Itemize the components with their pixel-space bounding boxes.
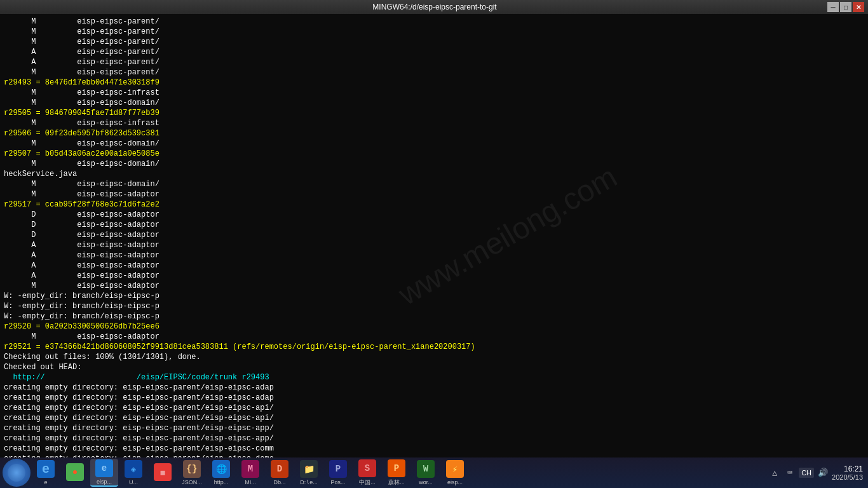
taskbar-icons: ee●eeisp...◈U...◼{}JSON...🌐http...MMI...…: [32, 459, 469, 487]
terminal-line: Checking out files: 100% (1301/1301), do…: [4, 352, 864, 362]
system-tray: △ ⌨ CH 🔊 16:21 2020/5/13: [768, 464, 865, 481]
terminal-line: D eisp-eipsc-adaptor: [4, 220, 864, 230]
taskbar-icon-label-pos: Pos...: [330, 479, 345, 485]
taskbar-icon-box-dae: 📁: [300, 460, 318, 478]
terminal-line: creating empty directory: eisp-eipsc-par…: [4, 444, 864, 454]
taskbar-icon-eisp2[interactable]: ⚡eisp...: [441, 459, 469, 487]
terminal-line: r29493 = 8e476d17ebb0d4471e30318f9: [4, 78, 864, 88]
taskbar-icon-label-dae: D:∖e...: [300, 479, 318, 485]
taskbar-icon-wpp[interactable]: P蕻林...: [383, 459, 410, 487]
taskbar-icon-box-eisp1: e: [95, 459, 113, 477]
terminal-line: W: -empty_dir: branch/eisp-eipsc-p: [4, 311, 864, 322]
terminal-line: r29520 = 0a202b3300500626db7b25ee6: [4, 322, 864, 332]
terminal-line: A eisp-eipsc-adaptor: [4, 261, 864, 271]
titlebar-controls: ─ □ ✕: [827, 2, 864, 12]
taskbar-icon-db[interactable]: DDb...: [266, 459, 294, 487]
terminal-line: M eisp-eipsc-domain/: [4, 139, 864, 149]
terminal-line: M eisp-eipsc-infrast: [4, 88, 864, 98]
taskbar-icon-box-json: {}: [183, 460, 201, 478]
taskbar-icon-box-imgicon: ◼: [154, 463, 172, 481]
tray-keyboard-icon[interactable]: ⌨: [783, 466, 796, 479]
taskbar-icon-label-eisp2: eisp...: [447, 479, 463, 485]
terminal-line: M eisp-eipsc-domain/: [4, 179, 864, 189]
clock-time: 16:21: [832, 464, 863, 473]
terminal-line: D eisp-eipsc-adaptor: [4, 210, 864, 220]
clock[interactable]: 16:21 2020/5/13: [832, 464, 863, 481]
tray-expand-icon[interactable]: △: [768, 466, 781, 479]
terminal-line: Checked out HEAD:: [4, 362, 864, 372]
taskbar-icon-box-wps: S: [358, 459, 376, 477]
maximize-button[interactable]: □: [840, 2, 851, 12]
terminal-line: M eisp-eipsc-parent/: [4, 67, 864, 78]
terminal-line: r29506 = 09f23de5957bf8623d539c381: [4, 128, 864, 139]
taskbar-icon-label-eisp1: eisp...: [97, 478, 112, 485]
taskbar-icon-box-wpp: P: [388, 459, 405, 477]
terminal-line: M eisp-eipsc-domain/: [4, 98, 864, 108]
terminal-line: creating empty directory: eisp-eipsc-par…: [4, 403, 864, 413]
taskbar-icon-label-ie: e: [44, 479, 47, 485]
terminal-line: A eisp-eipsc-adaptor: [4, 250, 864, 261]
taskbar-icon-json[interactable]: {}JSON...: [178, 459, 206, 487]
taskbar-icon-label-wor: wor...: [419, 479, 433, 485]
minimize-button[interactable]: ─: [827, 2, 839, 12]
close-button[interactable]: ✕: [853, 2, 864, 12]
taskbar-icon-box-wor: W: [417, 460, 435, 478]
terminal-line: heckService.java: [4, 169, 864, 179]
taskbar-icon-box-db: D: [271, 460, 288, 478]
taskbar-icon-label-json: JSON...: [182, 479, 202, 485]
taskbar-icon-vscode[interactable]: ◈U...: [119, 459, 147, 487]
taskbar-icon-box-ml: M: [241, 460, 259, 478]
terminal-line: M eisp-eipsc-adaptor: [4, 281, 864, 291]
titlebar-title: MINGW64:/d/eisp-eipsc-parent-to-git: [42, 3, 827, 11]
taskbar-icon-box-chrome: ●: [66, 463, 84, 481]
start-button[interactable]: [3, 459, 31, 487]
terminal-line: D eisp-eipsc-adaptor: [4, 230, 864, 240]
terminal-line: A eisp-eipsc-adaptor: [4, 271, 864, 281]
taskbar-icon-wps[interactable]: S中国...: [353, 459, 381, 487]
terminal-line: creating empty directory: eisp-eipsc-par…: [4, 383, 864, 393]
taskbar-icon-box-browser: 🌐: [212, 460, 230, 478]
terminal-line: M eisp-eipsc-domain/: [4, 159, 864, 169]
taskbar-icon-browser[interactable]: 🌐http...: [207, 459, 235, 487]
taskbar-icon-imgicon[interactable]: ◼: [149, 459, 177, 487]
titlebar: MINGW64:/d/eisp-eipsc-parent-to-git ─ □ …: [0, 0, 868, 14]
terminal-line: M eisp-eipsc-parent/: [4, 37, 864, 47]
terminal-line: creating empty directory: eisp-eipsc-par…: [4, 413, 864, 423]
terminal-line: creating empty directory: eisp-eipsc-par…: [4, 393, 864, 403]
clock-date: 2020/5/13: [832, 473, 863, 481]
taskbar-icon-label-wps: 中国...: [359, 478, 376, 487]
terminal-line: creating empty directory: eisp-eipsc-par…: [4, 423, 864, 433]
terminal-output: M eisp-eipsc-parent/ M eisp-eipsc-parent…: [4, 17, 864, 458]
taskbar-icon-label-db: Db...: [273, 479, 285, 485]
terminal-line: A eisp-eipsc-adaptor: [4, 240, 864, 250]
taskbar-icon-label-wpp: 蕻林...: [388, 478, 405, 487]
taskbar-icon-box-ie: e: [37, 460, 55, 478]
terminal-line: M eisp-eipsc-parent/: [4, 17, 864, 27]
terminal-line: W: -empty_dir: branch/eisp-eipsc-p: [4, 291, 864, 301]
terminal-line: M eisp-eipsc-adaptor: [4, 189, 864, 200]
taskbar-icon-label-vscode: U...: [129, 479, 138, 485]
taskbar-icon-pos[interactable]: PPos...: [324, 459, 352, 487]
terminal-line: r29507 = b05d43a06ac2e00a1a0e5085e: [4, 149, 864, 159]
taskbar-icon-box-pos: P: [329, 460, 347, 478]
taskbar-icon-label-ml: MI...: [245, 479, 256, 485]
language-indicator[interactable]: CH: [799, 468, 814, 478]
taskbar-icon-ml[interactable]: MMI...: [236, 459, 264, 487]
taskbar-icon-dae[interactable]: 📁D:∖e...: [295, 459, 323, 487]
taskbar: ee●eeisp...◈U...◼{}JSON...🌐http...MMI...…: [0, 458, 868, 488]
terminal-line: M eisp-eipsc-parent/: [4, 27, 864, 37]
terminal-line: M eisp-eipsc-infrast: [4, 118, 864, 128]
terminal-line: r29521 = e374366b421bd860608052f9913d81c…: [4, 342, 864, 352]
terminal-line: http:// /eisp/EIPSC/code/trunk r29493: [4, 372, 864, 383]
taskbar-icon-box-eisp2: ⚡: [446, 460, 464, 478]
terminal-line: W: -empty_dir: branch/eisp-eipsc-p: [4, 301, 864, 311]
terminal-line: r29517 = ccab95f28f768e3c71d6fa2e2: [4, 200, 864, 210]
terminal-line: creating empty directory: eisp-eipsc-par…: [4, 433, 864, 444]
tray-volume-icon[interactable]: 🔊: [817, 466, 829, 479]
taskbar-icon-wor[interactable]: Wwor...: [412, 459, 440, 487]
start-button-inner: [8, 464, 25, 482]
taskbar-icon-chrome[interactable]: ●: [61, 459, 89, 487]
taskbar-icon-eisp1[interactable]: eeisp...: [90, 459, 118, 487]
taskbar-icon-ie[interactable]: ee: [32, 459, 60, 487]
terminal-line: A eisp-eipsc-parent/: [4, 57, 864, 67]
